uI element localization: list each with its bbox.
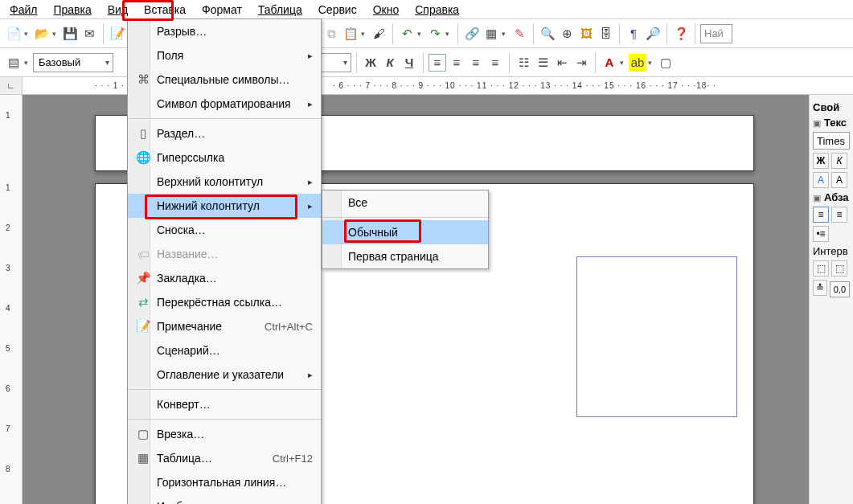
email-icon[interactable]: ✉: [80, 25, 98, 43]
align-right-icon[interactable]: ≡: [467, 54, 485, 72]
menu-fields[interactable]: Поля▸: [128, 43, 321, 68]
footer-first-page[interactable]: Первая страница: [322, 244, 488, 268]
menu-tools[interactable]: Сервис: [312, 2, 363, 18]
menu-caption[interactable]: 🏷Название…: [128, 242, 321, 266]
edit-mode-icon[interactable]: 📝: [109, 25, 126, 43]
paragraph-style-combo[interactable]: Базовый: [33, 53, 113, 72]
draw-icon[interactable]: ✎: [511, 25, 528, 43]
align-center-icon[interactable]: ≡: [448, 54, 465, 72]
panel-fontcolor[interactable]: A: [813, 172, 829, 188]
panel-section-para[interactable]: ▣Абза: [813, 191, 850, 203]
footer-all[interactable]: Все: [322, 191, 488, 215]
menu-help[interactable]: Справка: [408, 2, 465, 18]
menu-crossref[interactable]: ⇄Перекрёстная ссылка…: [128, 290, 321, 314]
insert-menu-dropdown: Разрыв… Поля▸ ⌘Специальные символы… Симв…: [127, 18, 322, 504]
styles-drop[interactable]: ▾: [24, 59, 31, 67]
menu-edit[interactable]: Правка: [47, 2, 97, 18]
navigator-icon[interactable]: ⊕: [558, 25, 576, 43]
menu-bookmark[interactable]: 📌Закладка…: [128, 266, 321, 290]
menu-special-chars[interactable]: ⌘Специальные символы…: [128, 68, 321, 92]
menu-formatting-mark[interactable]: Символ форматирования▸: [128, 92, 321, 116]
undo-drop[interactable]: ▾: [417, 30, 424, 38]
paste-icon[interactable]: 📋: [342, 25, 359, 43]
panel-bold[interactable]: Ж: [813, 153, 829, 169]
menu-table[interactable]: ▦Таблица…Ctrl+F12: [128, 446, 321, 470]
save-icon[interactable]: 💾: [61, 25, 79, 43]
menu-comment[interactable]: 📝ПримечаниеCtrl+Alt+C: [128, 314, 321, 338]
align-justify-icon[interactable]: ≡: [486, 54, 504, 72]
undo-icon[interactable]: ↶: [398, 25, 416, 43]
outdent-icon[interactable]: ⇤: [553, 54, 571, 72]
panel-space-after[interactable]: ⬚: [831, 260, 847, 277]
new-drop[interactable]: ▾: [24, 30, 31, 38]
panel-section-text[interactable]: ▣Текс: [813, 117, 850, 129]
ruler-corner: ∟: [0, 77, 23, 94]
hyperlink-icon[interactable]: 🔗: [463, 25, 481, 43]
datasources-icon[interactable]: 🗄: [597, 25, 614, 43]
menu-window[interactable]: Окно: [367, 2, 406, 18]
table-icon[interactable]: ▦: [482, 25, 500, 43]
panel-align-left[interactable]: ≡: [813, 207, 829, 223]
panel-charA[interactable]: A: [831, 172, 847, 188]
highlight-icon[interactable]: ab: [629, 54, 646, 72]
menu-image[interactable]: Изображение▸: [128, 494, 321, 504]
help-icon[interactable]: ❓: [672, 25, 690, 43]
highlight-drop[interactable]: ▾: [648, 59, 655, 67]
italic-icon[interactable]: К: [381, 54, 399, 72]
fontcolor-icon[interactable]: A: [601, 54, 618, 72]
bold-icon[interactable]: Ж: [362, 54, 379, 72]
gallery-icon[interactable]: 🖼: [577, 25, 595, 43]
menu-hyperlink[interactable]: 🌐Гиперссылка: [128, 145, 321, 170]
properties-panel[interactable]: Свой ▣Текс Times Ж К A A ▣Абза ≡ ≡ •≡ Ин…: [809, 95, 853, 504]
menu-section[interactable]: ▯Раздел…: [128, 121, 321, 145]
vertical-ruler[interactable]: 1 1 2 3 4 5 6 7 8: [0, 95, 23, 504]
menu-view[interactable]: Вид: [101, 2, 134, 18]
search-input[interactable]: Най: [700, 24, 732, 43]
panel-italic[interactable]: К: [831, 153, 847, 169]
copy-icon[interactable]: ⧉: [322, 25, 340, 43]
panel-bullets[interactable]: •≡: [813, 226, 829, 242]
indent-icon[interactable]: ⇥: [572, 54, 590, 72]
nonprint-icon[interactable]: ¶: [625, 25, 642, 43]
menu-footer[interactable]: Нижний колонтитул▸: [128, 194, 321, 218]
menu-insert[interactable]: Вставка: [137, 2, 192, 18]
fontcolor-drop[interactable]: ▾: [620, 59, 627, 67]
panel-indent-icon[interactable]: ≛: [813, 280, 827, 296]
underline-icon[interactable]: Ч: [400, 54, 418, 72]
find-icon[interactable]: 🔍: [539, 25, 556, 43]
open-icon[interactable]: 📂: [33, 25, 51, 43]
menu-file[interactable]: Файл: [3, 2, 43, 18]
format-paint-icon[interactable]: 🖌: [370, 25, 388, 43]
bulletlist-icon[interactable]: ☰: [534, 54, 552, 72]
redo-icon[interactable]: ↷: [426, 25, 444, 43]
panel-space-before[interactable]: ⬚: [813, 260, 829, 277]
menu-table[interactable]: Таблица: [252, 2, 309, 18]
menu-script[interactable]: Сценарий…: [128, 338, 321, 363]
menu-indexes[interactable]: Оглавление и указатели▸: [128, 363, 321, 387]
menu-footnote[interactable]: Сноска…: [128, 218, 321, 242]
panel-interval-label: Интерв: [813, 245, 850, 257]
redo-drop[interactable]: ▾: [445, 30, 453, 38]
menu-hrule[interactable]: Горизонтальная линия…: [128, 470, 321, 494]
new-doc-icon[interactable]: 📄: [5, 25, 23, 43]
bgcolor-icon[interactable]: ▢: [657, 54, 675, 72]
styles-icon[interactable]: ▤: [5, 54, 23, 72]
menu-break[interactable]: Разрыв…: [128, 19, 321, 43]
panel-font-combo[interactable]: Times: [813, 132, 850, 150]
zoom-icon[interactable]: 🔎: [644, 25, 662, 43]
footer-submenu: Все Обычный Первая страница: [322, 190, 489, 269]
open-drop[interactable]: ▾: [52, 30, 59, 38]
numlist-icon[interactable]: ☷: [515, 54, 532, 72]
ruler-right: · 6 · · · 7 · · · 8 · · · 9 · · · 10 · ·…: [333, 81, 716, 90]
panel-indent-value[interactable]: 0,0: [830, 281, 850, 297]
panel-align-center[interactable]: ≡: [831, 207, 847, 223]
menu-header[interactable]: Верхний колонтитул▸: [128, 170, 321, 194]
menu-frame[interactable]: ▢Врезка…: [128, 422, 321, 446]
menu-format[interactable]: Формат: [195, 2, 248, 18]
paste-drop[interactable]: ▾: [361, 30, 368, 38]
table-drop[interactable]: ▾: [502, 30, 509, 38]
text-boundary: [576, 256, 737, 417]
align-left-icon[interactable]: ≡: [429, 54, 446, 72]
footer-default[interactable]: Обычный: [322, 220, 488, 244]
menu-envelope[interactable]: Конверт…: [128, 392, 321, 416]
